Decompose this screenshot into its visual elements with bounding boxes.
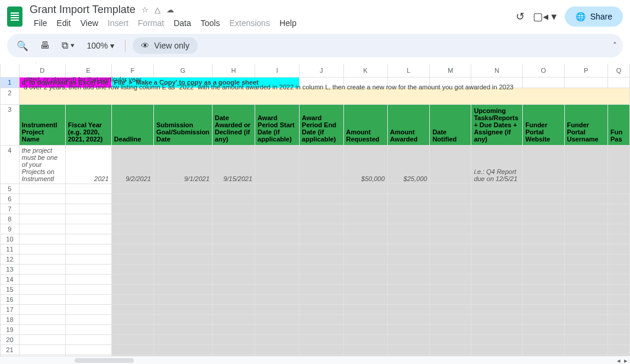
- menu-tools[interactable]: Tools: [197, 17, 224, 29]
- cell[interactable]: [430, 344, 471, 355]
- cell[interactable]: [111, 224, 153, 234]
- cell[interactable]: [343, 224, 387, 234]
- cell[interactable]: [299, 224, 343, 234]
- cell[interactable]: [153, 244, 212, 254]
- cell[interactable]: [255, 314, 300, 324]
- cell[interactable]: [387, 274, 430, 284]
- cell[interactable]: [564, 77, 608, 88]
- cell[interactable]: [564, 204, 608, 214]
- cell[interactable]: [343, 324, 387, 334]
- cell[interactable]: [299, 344, 343, 355]
- col-header[interactable]: L: [387, 64, 430, 77]
- cell[interactable]: [255, 145, 300, 183]
- col-header[interactable]: I: [255, 64, 300, 77]
- cell[interactable]: [111, 324, 153, 334]
- cell[interactable]: [608, 314, 630, 324]
- cell[interactable]: [153, 304, 212, 314]
- cell[interactable]: [111, 304, 153, 314]
- cell[interactable]: [471, 194, 523, 204]
- cell[interactable]: [255, 274, 300, 284]
- cell[interactable]: [111, 244, 153, 254]
- cell[interactable]: [343, 204, 387, 214]
- cell[interactable]: [471, 294, 523, 304]
- cell[interactable]: [153, 324, 212, 334]
- cell[interactable]: [523, 274, 564, 284]
- cell[interactable]: [19, 304, 65, 314]
- cell[interactable]: [564, 194, 608, 204]
- cell[interactable]: [523, 284, 564, 294]
- cell[interactable]: [299, 304, 343, 314]
- cell[interactable]: [564, 264, 608, 274]
- cell[interactable]: [153, 204, 212, 214]
- row-header[interactable]: 20: [1, 334, 20, 344]
- cell[interactable]: 9/1/2021: [153, 145, 212, 183]
- cell[interactable]: [343, 264, 387, 274]
- cell[interactable]: [387, 214, 430, 224]
- cell[interactable]: [111, 314, 153, 324]
- cell[interactable]: [564, 234, 608, 244]
- cell[interactable]: [255, 214, 300, 224]
- cloud-status-icon[interactable]: ☁: [166, 5, 174, 14]
- cell[interactable]: [387, 344, 430, 355]
- cell[interactable]: [212, 284, 255, 294]
- cell[interactable]: i.e.: Q4 Report due on 12/5/21: [471, 145, 523, 183]
- cell[interactable]: [523, 224, 564, 234]
- cell[interactable]: [255, 284, 300, 294]
- col-header[interactable]: H: [212, 64, 255, 77]
- cell[interactable]: [564, 344, 608, 355]
- cell[interactable]: [212, 274, 255, 284]
- cell[interactable]: [111, 344, 153, 355]
- share-button[interactable]: 🌐 Share: [565, 7, 623, 27]
- cell[interactable]: [19, 324, 65, 334]
- cell[interactable]: [212, 294, 255, 304]
- menu-data[interactable]: Data: [169, 17, 195, 29]
- select-all-corner[interactable]: [1, 64, 20, 77]
- cell[interactable]: [111, 334, 153, 344]
- cell[interactable]: [387, 77, 430, 88]
- cell[interactable]: [608, 324, 630, 334]
- cell[interactable]: [212, 234, 255, 244]
- cell[interactable]: [471, 77, 523, 88]
- cell[interactable]: [65, 204, 111, 214]
- cell[interactable]: [608, 304, 630, 314]
- cell[interactable]: [430, 224, 471, 234]
- cell[interactable]: [608, 334, 630, 344]
- cell[interactable]: [471, 254, 523, 264]
- cell[interactable]: [65, 183, 111, 194]
- cell[interactable]: [564, 294, 608, 304]
- cell[interactable]: [212, 324, 255, 334]
- cell[interactable]: [608, 145, 630, 183]
- cell[interactable]: [19, 334, 65, 344]
- row-header[interactable]: 10: [1, 234, 20, 244]
- cell[interactable]: [19, 284, 65, 294]
- row-header[interactable]: 2: [1, 88, 20, 104]
- cell[interactable]: [19, 214, 65, 224]
- cell[interactable]: [153, 214, 212, 224]
- header-cell[interactable]: Funder Portal Username: [564, 104, 608, 145]
- cell[interactable]: 2021: [65, 145, 111, 183]
- cell[interactable]: [299, 284, 343, 294]
- col-header[interactable]: N: [471, 64, 523, 77]
- cell[interactable]: [299, 324, 343, 334]
- meet-icon[interactable]: ▢◂ ▾: [533, 10, 557, 23]
- menu-view[interactable]: View: [76, 17, 102, 29]
- cell[interactable]: [430, 204, 471, 214]
- cell[interactable]: [387, 304, 430, 314]
- cell[interactable]: [153, 254, 212, 264]
- cell[interactable]: [387, 334, 430, 344]
- cell[interactable]: [430, 334, 471, 344]
- cell[interactable]: [564, 244, 608, 254]
- cell[interactable]: [387, 204, 430, 214]
- cell[interactable]: the project must be one of your Projects…: [19, 145, 65, 183]
- cell[interactable]: [111, 264, 153, 274]
- cell[interactable]: [255, 324, 300, 334]
- header-cell[interactable]: Upcoming Tasks/Reports + Due Dates + Ass…: [471, 104, 523, 145]
- row-header[interactable]: 14: [1, 274, 20, 284]
- cell[interactable]: [471, 224, 523, 234]
- col-header[interactable]: D: [19, 64, 65, 77]
- menu-help[interactable]: Help: [275, 17, 301, 29]
- cell[interactable]: [523, 145, 564, 183]
- cell[interactable]: [299, 194, 343, 204]
- cell[interactable]: [387, 194, 430, 204]
- cell[interactable]: [212, 254, 255, 264]
